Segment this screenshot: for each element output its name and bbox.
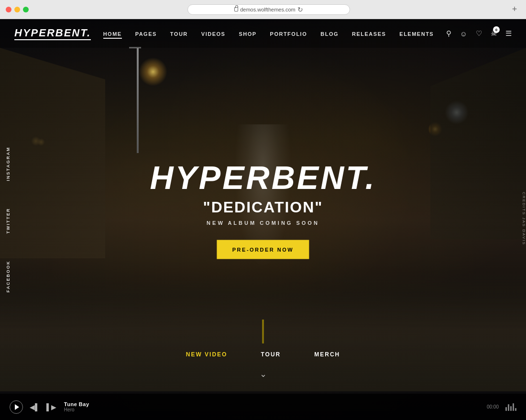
nav-item-elements[interactable]: ELEMENTS [399,29,434,38]
nav-item-portfolio[interactable]: PORTFOLIO [270,29,307,38]
next-track-button[interactable]: ▌▶ [46,403,56,411]
cart-badge: 0 [493,26,500,33]
nav-item-blog[interactable]: BLOG [320,29,339,38]
url-text: demos.wolfthemes.com [240,7,296,12]
menu-icon[interactable]: ☰ [505,29,512,38]
nav-item-videos[interactable]: VIDEOS [201,29,226,38]
nav-item-shop[interactable]: SHOP [239,29,256,38]
hero-tabs: NEW VIDEO TOUR MERCH [186,351,340,358]
track-time: 00:00 [487,404,499,409]
instagram-link[interactable]: INSTAGRAM [0,143,16,185]
nav-link-releases[interactable]: RELEASES [352,31,386,37]
twitter-link[interactable]: TWITTER [0,204,16,237]
eq-bar-3 [510,406,512,411]
nav-icons: ⚲ ☺ ♡ ☠ 0 ☰ [446,29,512,38]
browser-chrome: demos.wolfthemes.com ↻ + [0,0,526,19]
band-name-text: HYPERBENT. [150,159,376,196]
nav-item-tour[interactable]: TOUR [170,29,188,38]
tab-tour[interactable]: TOUR [261,351,281,358]
nav-link-videos[interactable]: VIDEOS [201,31,226,37]
site-wrapper: HYPERBENT. HOME PAGES TOUR VIDEOS SHOP P… [0,19,526,420]
nav-link-home[interactable]: HOME [103,31,122,39]
eq-bar-1 [505,407,507,411]
logo-text: HYPERBENT. [14,27,91,40]
hero-band-name: HYPERBENT. [150,161,376,194]
street-post-left [137,48,139,153]
sidebar-social: INSTAGRAM TWITTER FACEBOOK [0,143,16,297]
maximize-dot[interactable] [23,7,29,12]
refresh-icon[interactable]: ↻ [297,6,303,13]
eq-bar-5 [515,408,516,411]
track-info: Tune Bay Hero [64,401,89,412]
address-bar: demos.wolfthemes.com ↻ [33,4,505,15]
nav-item-home[interactable]: HOME [103,29,122,38]
track-name: Tune Bay [64,401,89,407]
player-bar: ◀▌ ▌▶ Tune Bay Hero 00:00 [0,394,526,420]
tab-merch[interactable]: MERCH [314,351,340,358]
eq-bar-4 [513,403,514,411]
nav-item-pages[interactable]: PAGES [135,29,157,38]
facebook-link[interactable]: FACEBOOK [0,256,16,296]
sidebar-credits: CREDITS JAS DAVIS [522,192,526,247]
nav-link-elements[interactable]: ELEMENTS [399,31,434,37]
play-button[interactable] [10,400,23,414]
player-right: 00:00 [487,403,516,411]
eq-bar-2 [508,404,509,411]
traffic-lights [6,7,29,12]
nav-link-pages[interactable]: PAGES [135,31,157,37]
hero-album-title: "DEDICATION" [150,199,376,216]
preorder-button[interactable]: PRE-ORDER NOW [217,240,309,259]
wishlist-icon[interactable]: ♡ [476,29,482,38]
search-icon[interactable]: ⚲ [446,29,451,38]
nav-link-shop[interactable]: SHOP [239,31,256,37]
prev-track-button[interactable]: ◀▌ [30,403,40,411]
user-icon[interactable]: ☺ [460,30,467,38]
nav-link-portfolio[interactable]: PORTFOLIO [270,31,307,37]
tab-new-video[interactable]: NEW VIDEO [186,351,228,358]
nav-item-releases[interactable]: RELEASES [352,29,386,38]
hero-content: HYPERBENT. "DEDICATION" NEW ALBUM COMING… [150,161,376,259]
track-subtitle: Hero [64,407,89,412]
nav-link-blog[interactable]: BLOG [320,31,339,37]
player-controls: ◀▌ ▌▶ [10,400,56,414]
site-logo[interactable]: HYPERBENT. [14,27,91,40]
play-icon [15,404,19,410]
minimize-dot[interactable] [14,7,20,12]
url-input[interactable]: demos.wolfthemes.com ↻ [187,4,350,15]
equalizer-icon[interactable] [505,403,516,411]
credits-text: CREDITS JAS DAVIS [522,192,526,245]
cart-wrapper[interactable]: ☠ 0 [491,29,497,38]
close-dot[interactable] [6,7,11,12]
scroll-down-indicator[interactable]: ⌄ [260,369,267,379]
lock-icon [234,7,238,11]
nav-links: HOME PAGES TOUR VIDEOS SHOP PORTFOLIO BL… [103,29,434,38]
hero-subtitle: NEW ALBUM COMING SOON [150,220,376,226]
nav-link-tour[interactable]: TOUR [170,31,188,37]
new-tab-button[interactable]: + [509,4,520,15]
navbar: HYPERBENT. HOME PAGES TOUR VIDEOS SHOP P… [0,19,526,48]
